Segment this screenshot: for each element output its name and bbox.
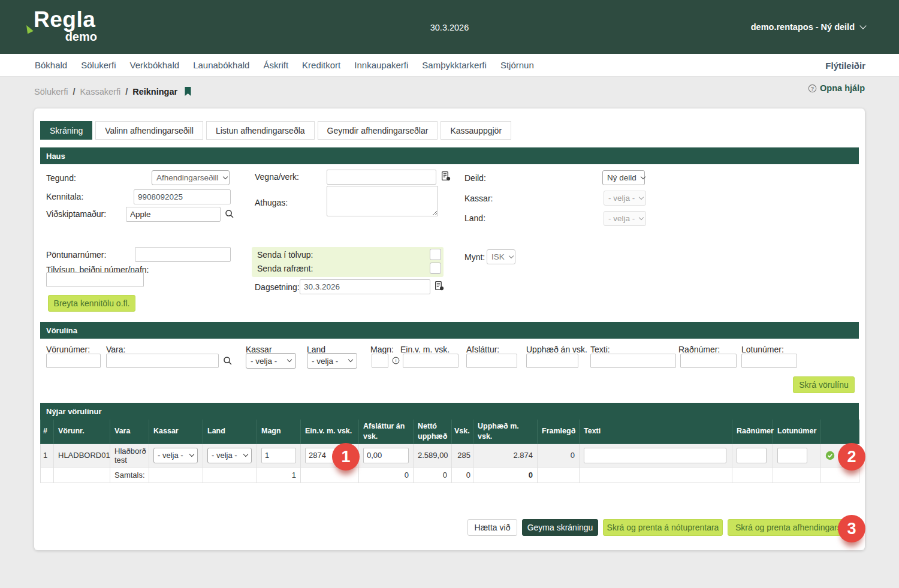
pontunarnumer-label: Pöntunarnúmer: [46,250,106,260]
check-circle-icon [825,451,835,460]
vidskiptamadur-input[interactable] [126,207,221,222]
lotunumer-input[interactable] [741,354,797,368]
nav-item-innkaupakerfi[interactable]: Innkaupakerfi [354,60,408,70]
line-land-value: - velja - [312,357,338,366]
row-afslattur-input[interactable] [363,448,409,463]
kassar-select[interactable]: - velja - [604,191,646,206]
mynt-select[interactable]: ISK [487,249,515,264]
account-menu[interactable]: demo.rentapos - Ný deild [751,22,865,32]
breadcrumb-kassakerfi[interactable]: Kassakerfi [80,87,120,97]
row-radnumer-input[interactable] [737,448,767,463]
row-land-cell: - velja - [203,444,257,467]
logo-text: Regla [28,7,95,32]
help-icon: ? [808,84,817,93]
col-vsk: Vsk. [452,420,473,444]
nav-item-kreditkort[interactable]: Kreditkort [302,60,340,70]
totals-vsk: 0 [452,467,473,483]
line-kassar-select[interactable]: - velja - [246,353,296,369]
vegna-verk-picker-icon[interactable] [441,171,451,181]
line-land-select[interactable]: - velja - [307,353,357,369]
bookmark-icon[interactable] [183,86,192,97]
pontunarnumer-input[interactable] [135,247,231,262]
tab-geymdir-afhendingarsedlar[interactable]: Geymdir afhendingarseðlar [318,121,438,140]
annotation-circle-1: 1 [332,443,360,471]
afslattur-input[interactable] [466,354,517,368]
chevron-down-icon [287,357,292,362]
row-magn-input[interactable] [261,448,296,463]
athugas-textarea[interactable] [327,186,438,216]
land-label: Land: [464,213,485,223]
senda-rafraent-checkbox[interactable] [430,263,441,274]
tab-listun-afhendingarsedla[interactable]: Listun afhendingarseðla [206,121,315,140]
land-select[interactable]: - velja - [604,211,646,226]
current-date: 30.3.2026 [430,23,469,32]
svg-text:i: i [396,358,397,363]
open-help-link[interactable]: ? Opna hjálp [808,83,865,93]
logo-arrow-icon [24,24,36,38]
skra-vorulinu-button[interactable]: Skrá vörulínu [793,376,855,393]
vara-label: Vara: [106,345,125,354]
deild-select[interactable]: Ný deild [602,170,645,185]
nav-item-samthykktarkerfi[interactable]: Samþykktarkerfi [422,60,487,70]
magn-input[interactable] [372,354,388,368]
upphaed-an-vsk-label: Upphæð án vsk. [526,345,587,354]
breadcrumb: Sölukerfi / Kassakerfi / Reikningar [34,86,192,97]
nav-item-flytileidir[interactable]: Flýtileiðir [825,54,865,77]
help-label: Opna hjálp [820,83,865,93]
tegund-select[interactable]: Afhendingarseðill [152,170,230,185]
radnumer-input[interactable] [680,354,737,368]
print-delivery-note-button[interactable]: Skrá og prenta afhendingarseðil [728,519,855,536]
regla-logo[interactable]: Regla demo [28,8,98,44]
vara-search-icon[interactable] [223,356,233,366]
senda-tolvup-checkbox[interactable] [430,249,441,260]
save-registration-button[interactable]: Geyma skráningu [522,519,598,536]
row-kassar-cell: - velja - [149,444,203,467]
tab-kassauppgjor[interactable]: Kassauppgjör [441,121,511,140]
print-receipt-button[interactable]: Skrá og prenta á nótuprentara [603,519,723,536]
customer-search-icon[interactable] [225,209,234,219]
vorunumer-input[interactable] [46,354,101,368]
tab-skraning[interactable]: Skráning [40,121,92,140]
row-kassar-select[interactable]: - velja - [153,448,198,463]
texti-input[interactable] [590,354,676,368]
main-navigation: Bókhald Sölukerfi Verkbókhald Launabókha… [0,54,899,77]
texti-label: Texti: [590,345,610,354]
col-afslattur: Afsláttur án vsk. [359,420,414,444]
einv-input[interactable] [403,354,458,368]
table-row: 1 HLADBORD01 Hlaðborð test - velja - - v… [41,444,859,467]
kennitala-input[interactable] [134,189,231,204]
dagsetning-calendar-icon[interactable] [434,281,444,291]
row-texti-input[interactable] [584,448,726,463]
annotation-circle-2: 2 [838,443,865,471]
nav-item-verkbokhald[interactable]: Verkbókhald [130,60,180,70]
cancel-button[interactable]: Hætta við [467,519,517,536]
nav-item-solukerfi[interactable]: Sölukerfi [81,60,116,70]
deild-value: Ný deild [607,173,636,182]
vara-input[interactable] [106,354,219,368]
breadcrumb-solukerfi[interactable]: Sölukerfi [34,87,68,97]
nyjar-vorulinur-header: Nýjar vörulínur [40,403,859,420]
dagsetning-input[interactable] [300,279,430,294]
nav-item-bokhald[interactable]: Bókhald [35,60,67,70]
nav-item-launabokhald[interactable]: Launabókhald [193,60,249,70]
tegund-value: Afhendingarseðill [156,173,219,182]
row-upphaed: 2.874 [473,444,538,467]
col-texti: Texti [580,420,732,444]
nyjar-vorulinur-title: Nýjar vörulínur [46,407,101,416]
nav-item-askrift[interactable]: Áskrift [263,60,288,70]
nav-item-stjornun[interactable]: Stjórnun [500,60,534,70]
save-registration-label: Geyma skráningu [527,523,593,532]
chevron-down-icon [639,215,644,219]
row-lotunumer-input[interactable] [777,448,807,463]
annotation-3-number: 3 [847,520,856,538]
breyta-kennitolu-button[interactable]: Breyta kennitölu o.fl. [48,295,135,312]
upphaed-an-vsk-input[interactable] [526,354,578,368]
vegna-verk-input[interactable] [327,170,436,185]
col-netto: Nettó upphæð [414,420,452,444]
row-vorunr: HLADBORD01 [54,444,110,467]
tilvisun-input[interactable] [46,272,144,287]
col-upphaed-m-vsk: Upphæð m. vsk. [473,420,538,444]
row-magn-cell [257,444,301,467]
row-land-select[interactable]: - velja - [207,448,252,463]
tab-valinn-afhendingarsedill[interactable]: Valinn afhendingarseðill [95,121,203,140]
